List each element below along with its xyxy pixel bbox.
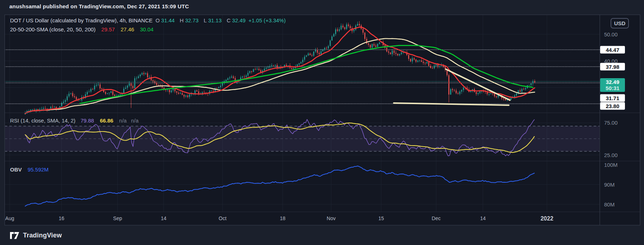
- time-axis-label: 14: [161, 215, 166, 221]
- high-value: 32.73: [185, 17, 199, 23]
- sma20-value: 29.57: [101, 26, 115, 32]
- tradingview-published-chart: anushsamal published on TradingView.com,…: [0, 0, 644, 245]
- price-tick-label: 100M: [604, 162, 618, 168]
- tradingview-brand-text: TradingView: [23, 232, 62, 239]
- open-label: O: [155, 17, 160, 23]
- price-tick-label: 90M: [604, 182, 615, 188]
- tradingview-footer-link[interactable]: TradingView: [10, 231, 62, 240]
- tradingview-logo-icon: [10, 231, 20, 240]
- price-line-label: 37.98: [600, 63, 625, 71]
- close-value: 32.49: [232, 17, 246, 23]
- change-value: +1.05 (+3.34%): [248, 17, 286, 23]
- low-value: 31.13: [208, 17, 222, 23]
- time-axis-label: Nov: [327, 215, 336, 221]
- symbol-title: DOT / US Dollar (calculated by TradingVi…: [10, 17, 152, 23]
- time-axis-label: Oct: [219, 215, 227, 221]
- symbol-legend[interactable]: DOT / US Dollar (calculated by TradingVi…: [10, 17, 287, 23]
- rsi-value: 79.88: [81, 117, 94, 124]
- obv-value: 95.592M: [28, 166, 49, 173]
- time-axis-label: Sep: [113, 215, 122, 221]
- rsi-legend[interactable]: RSI (14, close, SMA, 14, 2) 79.88 66.86 …: [10, 117, 140, 124]
- time-axis-label: 15: [378, 215, 384, 221]
- rsi-title: RSI (14, close, SMA, 14, 2): [10, 117, 76, 124]
- close-label: C: [227, 17, 230, 23]
- price-line-label: 44.47: [600, 46, 625, 54]
- sma200-value: 30.04: [140, 26, 154, 32]
- open-value: 31.44: [161, 17, 175, 23]
- price-tick-label: 25.00: [604, 152, 618, 158]
- publish-caption: anushsamal published on TradingView.com,…: [9, 3, 189, 9]
- rsi-na2: n/a: [131, 117, 138, 124]
- time-axis-label: 16: [59, 215, 64, 221]
- current-price-label: 32.4950:31: [600, 78, 625, 92]
- time-axis-label: Dec: [432, 215, 441, 221]
- obv-legend[interactable]: OBV 95.592M: [10, 166, 50, 173]
- high-label: H: [180, 17, 184, 23]
- sma-title: 20-50-200-SMA (close, 20, 50, 200): [10, 26, 96, 32]
- time-axis-label: 2022: [540, 215, 553, 222]
- price-tick-label: 75.00: [604, 120, 618, 126]
- time-axis-label: 14: [480, 215, 486, 221]
- time-axis-label: Aug: [5, 215, 14, 221]
- price-tick-label: 80M: [604, 201, 615, 208]
- rsi-ma-value: 66.86: [100, 117, 114, 124]
- price-tick-label: 50.00: [604, 31, 618, 37]
- time-axis-label: 18: [280, 215, 286, 221]
- rsi-na1: n/a: [119, 117, 127, 124]
- bar-countdown: 50:31: [600, 85, 625, 91]
- currency-toggle-button[interactable]: USD: [611, 18, 629, 28]
- sma50-value: 27.46: [121, 26, 134, 32]
- price-line-label: 23.80: [600, 102, 625, 110]
- low-label: L: [204, 17, 206, 23]
- sma-legend[interactable]: 20-50-200-SMA (close, 20, 50, 200) 29.57…: [10, 26, 155, 32]
- obv-title: OBV: [10, 166, 22, 173]
- price-line-label: 31.71: [600, 94, 625, 102]
